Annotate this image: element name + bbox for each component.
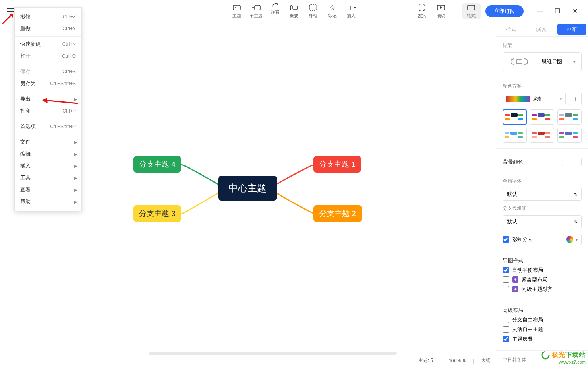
menu-redo[interactable]: 重做Ctrl+Y	[15, 23, 81, 35]
rainbow-branch-label: 彩虹分支	[512, 236, 533, 243]
branch-topic-2[interactable]: 分支主题 2	[313, 205, 362, 222]
watermark: 极光下载站 www.xz7.com	[541, 351, 586, 364]
color-wheel-icon	[566, 236, 573, 243]
auto-balance-checkbox[interactable]	[503, 267, 509, 273]
main-dropdown-menu: 撤销Ctrl+Z 重做Ctrl+Y 快速新建Ctrl+N 打开Ctrl+O 保存…	[14, 7, 82, 211]
menu-open[interactable]: 打开Ctrl+O	[15, 50, 81, 62]
align-siblings-checkbox[interactable]	[503, 286, 509, 292]
svg-point-1	[235, 7, 236, 8]
chevron-down-icon: ▾	[573, 59, 576, 64]
rainbow-branch-checkbox[interactable]	[503, 236, 509, 243]
plus-icon: ＋▾	[347, 3, 356, 12]
menu-quick-new[interactable]: 快速新建Ctrl+N	[15, 38, 81, 50]
bg-color-swatch[interactable]	[562, 158, 582, 166]
toolbar-right-group: ⛶ ZEN 演说 格式 立即订阅 — ☐ ✕	[412, 3, 588, 19]
skeleton-label: 骨架	[503, 42, 582, 49]
tool-format[interactable]: 格式	[462, 3, 481, 19]
zen-icon: ⛶	[418, 4, 426, 13]
svg-rect-4	[309, 5, 317, 10]
free-topic-checkbox[interactable]	[503, 326, 509, 333]
window-close[interactable]: ✕	[570, 7, 580, 15]
add-scheme-button[interactable]: ＋	[569, 93, 582, 105]
branch-topic-4[interactable]: 分支主题 4	[133, 156, 181, 173]
menu-undo[interactable]: 撤销Ctrl+Z	[15, 11, 81, 23]
rainbow-swatch	[506, 96, 530, 102]
outline-button[interactable]: 大纲	[481, 357, 491, 364]
global-font-label: 全局字体	[503, 178, 582, 185]
topic-count: 主题: 5	[418, 357, 433, 364]
branch-width-label: 分支线粗细	[503, 205, 582, 212]
theme-thumb-1[interactable]	[503, 109, 527, 125]
branch-topic-3[interactable]: 分支主题 3	[133, 205, 181, 222]
format-icon	[467, 3, 475, 12]
overlap-checkbox[interactable]	[503, 336, 509, 342]
svg-rect-3	[293, 6, 298, 9]
window-controls: — ☐ ✕	[535, 7, 583, 15]
compact-checkbox[interactable]	[503, 276, 509, 283]
premium-badge-icon: ✦	[512, 286, 518, 292]
format-panel: 样式 | 演说 画布 骨架 思维导图 ▾ 配色方案 彩虹 ▾ ＋	[496, 22, 588, 366]
branch-width-select[interactable]: 默认⇅	[503, 215, 582, 228]
global-font-select[interactable]: 默认⇅	[503, 188, 582, 201]
menu-view[interactable]: 查看▶	[15, 184, 81, 196]
window-minimize[interactable]: —	[535, 7, 545, 15]
bg-color-label: 背景颜色	[503, 158, 523, 165]
window-maximize[interactable]: ☐	[552, 7, 563, 15]
annotation-arrow-1	[1, 10, 17, 27]
tool-relation[interactable]: 联系 ⋯	[265, 0, 284, 22]
menu-save-as[interactable]: 另存为Ctrl+Shift+S	[15, 78, 81, 90]
top-toolbar: 主题 子主题 联系 ⋯ 概要 外框 ☆ 标记 ＋▾ 插入 ⛶	[0, 0, 588, 22]
tab-canvas[interactable]: 画布	[557, 24, 586, 35]
menu-insert[interactable]: 插入▶	[15, 160, 81, 172]
menu-edit[interactable]: 编辑▶	[15, 148, 81, 160]
tool-pitch[interactable]: 演说	[431, 3, 451, 19]
theme-thumb-2[interactable]	[530, 109, 554, 125]
tool-zen[interactable]: ⛶ ZEN	[412, 4, 431, 18]
tab-pitch[interactable]: 演说	[527, 22, 556, 36]
menu-save: 保存Ctrl+S	[15, 66, 81, 78]
skeleton-select[interactable]: 思维导图 ▾	[503, 52, 582, 71]
theme-thumb-3[interactable]	[557, 109, 582, 125]
play-icon	[437, 3, 445, 12]
summary-icon	[290, 3, 298, 12]
relation-icon	[271, 0, 279, 9]
rainbow-color-picker[interactable]: ▾	[563, 234, 582, 245]
tool-topic[interactable]: 主题	[227, 0, 246, 22]
tool-boundary[interactable]: 外框	[304, 0, 323, 22]
menu-preferences[interactable]: 首选项Ctrl+Shift+P	[15, 121, 81, 132]
menu-file[interactable]: 文件▶	[15, 136, 81, 148]
annotation-arrow-2	[40, 98, 79, 107]
svg-point-9	[542, 352, 549, 359]
tab-style[interactable]: 样式	[496, 22, 525, 36]
menu-help[interactable]: 帮助▶	[15, 196, 81, 208]
central-topic[interactable]: 中心主题	[218, 176, 277, 201]
theme-thumb-4[interactable]	[503, 128, 527, 143]
theme-thumb-5[interactable]	[530, 128, 554, 143]
zoom-control[interactable]: 100% ⇅	[449, 358, 466, 364]
toolbar-center-group: 主题 子主题 联系 ⋯ 概要 外框 ☆ 标记 ＋▾ 插入	[227, 0, 361, 22]
svg-rect-6	[468, 5, 475, 10]
theme-thumb-6[interactable]	[557, 128, 582, 143]
subtopic-icon	[251, 3, 261, 12]
tool-summary[interactable]: 概要	[284, 0, 304, 22]
menu-tools[interactable]: 工具▶	[15, 172, 81, 184]
tool-insert[interactable]: ＋▾ 插入	[342, 0, 361, 22]
svg-rect-8	[516, 60, 522, 64]
theme-grid	[503, 109, 582, 143]
branch-topic-1[interactable]: 分支主题 1	[313, 156, 361, 173]
skeleton-icon	[509, 57, 530, 66]
relation-submenu-indicator: ⋯	[272, 16, 278, 22]
mindmap: 中心主题 分支主题 1 分支主题 2 分支主题 3 分支主题 4	[89, 129, 407, 248]
svg-rect-2	[255, 5, 260, 10]
panel-tabs: 样式 | 演说 画布	[496, 22, 588, 37]
topic-icon	[233, 3, 241, 12]
color-scheme-select[interactable]: 彩虹 ▾	[503, 93, 566, 105]
tool-subtopic[interactable]: 子主题	[246, 0, 265, 22]
free-branch-checkbox[interactable]	[503, 317, 509, 323]
svg-rect-0	[233, 5, 240, 10]
tool-marker[interactable]: ☆ 标记	[323, 0, 342, 22]
boundary-icon	[309, 3, 317, 12]
map-style-label: 导图样式	[503, 257, 582, 264]
color-scheme-label: 配色方案	[503, 83, 582, 90]
subscribe-button[interactable]: 立即订阅	[485, 5, 524, 17]
